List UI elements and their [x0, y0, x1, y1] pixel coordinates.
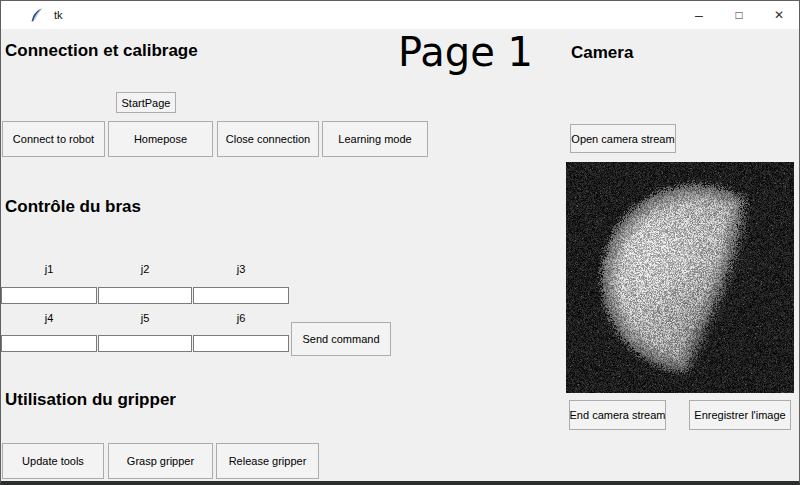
- homepose-button[interactable]: Homepose: [108, 121, 213, 157]
- send-command-button[interactable]: Send command: [291, 322, 391, 356]
- entry-j2[interactable]: [98, 287, 192, 304]
- entry-j3[interactable]: [193, 287, 289, 304]
- arm-section-heading: Contrôle du bras: [5, 197, 141, 217]
- titlebar: tk – □ ✕: [1, 1, 799, 29]
- connect-to-robot-button[interactable]: Connect to robot: [2, 121, 105, 157]
- gripper-section-heading: Utilisation du gripper: [5, 390, 176, 410]
- entry-j4[interactable]: [1, 335, 97, 352]
- j4-label: j4: [1, 312, 97, 324]
- camera-section-heading: Camera: [571, 43, 633, 63]
- startpage-button[interactable]: StartPage: [116, 92, 176, 113]
- learning-mode-button[interactable]: Learning mode: [322, 121, 428, 157]
- camera-image: [566, 162, 794, 393]
- window-title: tk: [54, 9, 63, 21]
- entry-j6[interactable]: [193, 335, 289, 352]
- open-camera-stream-button[interactable]: Open camera stream: [570, 124, 676, 153]
- tk-window: tk – □ ✕ Connection et calibrage Page 1 …: [0, 0, 800, 485]
- release-gripper-button[interactable]: Release gripper: [216, 443, 319, 479]
- end-camera-stream-button[interactable]: End camera stream: [569, 400, 666, 430]
- page-title: Page 1: [398, 29, 533, 75]
- maximize-button[interactable]: □: [719, 1, 759, 29]
- j1-label: j1: [1, 263, 97, 275]
- grasp-gripper-button[interactable]: Grasp gripper: [108, 443, 213, 479]
- connection-section-heading: Connection et calibrage: [5, 41, 198, 61]
- j2-label: j2: [97, 263, 193, 275]
- entry-j1[interactable]: [1, 287, 97, 304]
- update-tools-button[interactable]: Update tools: [2, 443, 104, 479]
- j3-label: j3: [193, 263, 289, 275]
- close-button[interactable]: ✕: [759, 1, 799, 29]
- minimize-button[interactable]: –: [679, 1, 719, 29]
- j6-label: j6: [193, 312, 289, 324]
- tk-feather-icon: [30, 8, 43, 23]
- j5-label: j5: [97, 312, 193, 324]
- save-image-button[interactable]: Enregistrer l'image: [689, 400, 791, 430]
- entry-j5[interactable]: [98, 335, 192, 352]
- close-connection-button[interactable]: Close connection: [217, 121, 319, 157]
